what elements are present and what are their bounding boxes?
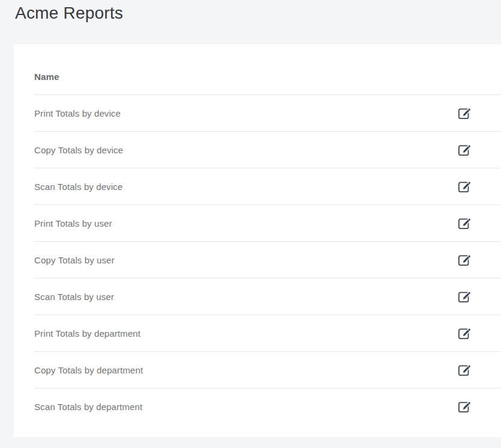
table-row: Print Totals by device — [34, 95, 501, 132]
table-row: Scan Totals by user — [34, 278, 501, 315]
report-name-label: Print Totals by device — [34, 108, 121, 118]
reports-card: Name Print Totals by device — [14, 44, 501, 437]
edit-icon — [458, 217, 471, 230]
edit-icon — [458, 144, 471, 156]
report-name-label: Print Totals by user — [34, 218, 112, 229]
report-name-label: Copy Totals by department — [34, 365, 143, 375]
table-row: Copy Totals by department — [34, 352, 501, 388]
reports-page: Acme Reports Name Print Totals by device — [0, 0, 501, 448]
edit-icon — [458, 327, 471, 340]
report-rows: Print Totals by device Copy Totals by de… — [34, 95, 501, 425]
page-title: Acme Reports — [15, 3, 123, 23]
edit-icon — [458, 107, 471, 120]
table-row: Scan Totals by device — [34, 168, 501, 205]
report-name-label: Copy Totals by device — [34, 145, 123, 155]
edit-icon — [458, 290, 471, 303]
table-header-row: Name — [34, 59, 501, 95]
edit-report-button[interactable] — [458, 216, 471, 230]
edit-report-button[interactable] — [458, 180, 471, 193]
table-row: Print Totals by department — [34, 315, 501, 352]
table-row: Copy Totals by user — [34, 242, 501, 278]
report-name-label: Copy Totals by user — [34, 255, 114, 265]
edit-report-button[interactable] — [458, 106, 471, 120]
edit-report-button[interactable] — [458, 363, 471, 376]
edit-report-button[interactable] — [458, 143, 471, 156]
edit-report-button[interactable] — [458, 327, 471, 340]
report-name-label: Scan Totals by department — [34, 402, 143, 412]
report-name-label: Scan Totals by user — [34, 292, 114, 302]
edit-icon — [458, 180, 471, 193]
report-name-label: Print Totals by department — [34, 328, 141, 339]
edit-report-button[interactable] — [458, 253, 471, 266]
table-row: Scan Totals by department — [34, 388, 501, 425]
edit-report-button[interactable] — [458, 400, 471, 413]
table-row: Copy Totals by device — [34, 132, 501, 168]
edit-icon — [458, 254, 471, 266]
edit-report-button[interactable] — [458, 290, 471, 303]
edit-icon — [458, 400, 471, 413]
report-name-label: Scan Totals by device — [34, 182, 123, 192]
table-row: Print Totals by user — [34, 205, 501, 242]
edit-icon — [458, 364, 471, 376]
name-column-header: Name — [34, 72, 60, 82]
